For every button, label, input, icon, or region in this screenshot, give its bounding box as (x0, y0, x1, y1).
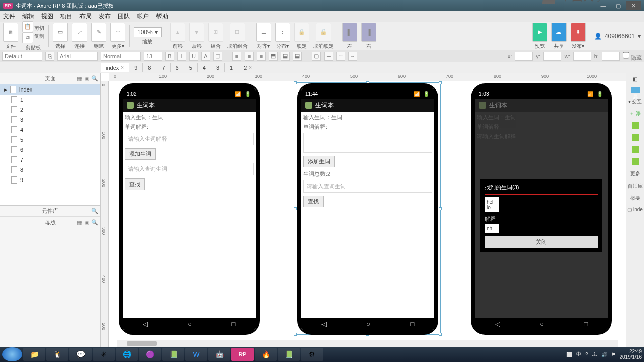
align-right-button[interactable]: ▐ (361, 23, 376, 42)
taskbar-androidstudio[interactable]: 🤖 (208, 348, 230, 361)
menu-file[interactable]: 文件 (3, 12, 15, 21)
state-icon[interactable] (632, 134, 639, 141)
arrow-button[interactable]: → (348, 52, 357, 61)
right-tab-properties[interactable]: 属 (631, 87, 640, 93)
valign-mid[interactable]: ⬓ (281, 52, 290, 61)
taskbar-explorer[interactable]: 📁 (23, 348, 45, 361)
align-left-text[interactable]: ≡ (232, 52, 242, 61)
taskbar-app[interactable]: ✳ (93, 348, 115, 361)
tab-3[interactable]: 3 (211, 63, 225, 72)
menu-publish[interactable]: 发布 (99, 12, 111, 21)
phone-mockup-1[interactable]: 1:02📶 🔋 生词本 输入生词：生词 单词解释: 请输入生词解释 添加生词 请… (119, 83, 260, 335)
search-word-button[interactable]: 查找 (125, 178, 145, 190)
select-tool[interactable]: ▭ (53, 23, 68, 42)
ungroup-button[interactable]: ⊟ (230, 23, 245, 42)
weight-select[interactable] (101, 52, 141, 61)
publish-button[interactable]: ⬇ (571, 23, 586, 42)
tab-4[interactable]: 4 (198, 63, 211, 72)
tray-icon[interactable]: ⬜ (566, 352, 572, 357)
page-item[interactable]: 4 (0, 125, 100, 135)
tray-clock[interactable]: 22:492019/1/16 (620, 349, 642, 360)
tray-flag-icon[interactable]: ⚑ (611, 352, 616, 357)
canvas-area[interactable]: 0100 200300 400500 600700 800900 1000 01… (101, 73, 626, 347)
page-item-index[interactable]: ▸ index (0, 84, 100, 95)
copy-label[interactable]: 复制 (34, 33, 44, 40)
start-button[interactable] (2, 347, 22, 361)
taskbar-app[interactable]: 🐧 (46, 348, 68, 361)
valign-top[interactable]: ⬒ (269, 52, 278, 61)
taskbar-app[interactable]: 📗 (278, 348, 300, 361)
italic-button[interactable]: I (177, 52, 186, 61)
menu-edit[interactable]: 编辑 (22, 12, 34, 21)
align-button[interactable]: ☰ (256, 23, 271, 42)
x-input[interactable] (515, 52, 533, 61)
tab-9[interactable]: 9 (129, 63, 143, 72)
taskbar-app[interactable]: ⚙ (301, 348, 323, 361)
w-input[interactable] (573, 52, 591, 61)
y-input[interactable] (543, 52, 561, 61)
menu-team[interactable]: 团队 (118, 12, 130, 21)
new-file-button[interactable]: 🗎 (3, 23, 18, 42)
connect-tool[interactable]: ⟋ (72, 23, 87, 42)
user-menu[interactable]: 👤 409066601 ▾ (594, 33, 641, 40)
page-item[interactable]: 6 (0, 145, 100, 155)
phone-mockup-2[interactable]: 11:44📶 🔋 生词本 输入生词：生词 单词解释: 添加生词 生词总数:2 请… (297, 83, 438, 335)
taskbar-app[interactable]: 📗 (162, 348, 184, 361)
send-back-button[interactable]: ▼ (189, 23, 204, 42)
tab-8[interactable]: 8 (143, 63, 156, 72)
taskbar-app[interactable]: 🟣 (139, 348, 161, 361)
tray-network-icon[interactable]: 🖧 (592, 352, 597, 357)
add-folder-icon[interactable]: ▣ (84, 75, 89, 82)
fill-button[interactable]: ▢ (312, 52, 321, 61)
close-tab-icon[interactable]: × (121, 65, 124, 70)
state-icon[interactable] (632, 158, 639, 165)
copy-button[interactable]: ⧉ (22, 32, 33, 43)
master-add-icon[interactable]: ▦ (77, 219, 82, 226)
group-button[interactable]: ⊞ (208, 23, 223, 42)
page-item[interactable]: 3 (0, 115, 100, 125)
tray-volume-icon[interactable]: 🔊 (601, 352, 607, 357)
more-tool[interactable]: ⋯ (110, 23, 125, 42)
state-icon[interactable] (632, 146, 639, 153)
zoom-select[interactable]: 100%▾ (134, 27, 162, 37)
page-item[interactable]: 8 (0, 165, 100, 175)
unlock-button[interactable]: 🔓 (316, 23, 331, 42)
align-right-text[interactable]: ≡ (257, 52, 266, 61)
preview-button[interactable]: ▶ (532, 23, 547, 42)
tab-7[interactable]: 7 (156, 63, 170, 72)
tab-6[interactable]: 6 (171, 63, 184, 72)
distribute-button[interactable]: ⋮ (275, 23, 290, 42)
valign-bot[interactable]: ⬓ (293, 52, 302, 61)
menu-help[interactable]: 帮助 (156, 12, 168, 21)
menu-account[interactable]: 帐户 (137, 12, 149, 21)
line-style-button[interactable]: ┄ (336, 52, 345, 61)
master-folder-icon[interactable]: ▣ (84, 219, 89, 226)
align-left-button[interactable]: ▌ (342, 23, 357, 42)
tab-5[interactable]: 5 (184, 63, 198, 72)
menu-project[interactable]: 项目 (60, 12, 72, 21)
state-icon[interactable] (632, 122, 639, 129)
dialog-close-button[interactable]: 关闭 (485, 236, 598, 248)
h-input[interactable] (602, 52, 620, 61)
pen-tool[interactable]: ✎ (91, 23, 106, 42)
hidden-checkbox[interactable]: 隐藏 (623, 51, 642, 62)
bold-button[interactable]: B (165, 52, 174, 61)
lib-search-icon[interactable]: 🔍 (91, 208, 98, 214)
tab-2[interactable]: 2× (238, 63, 257, 72)
menu-layout[interactable]: 布局 (79, 12, 92, 21)
search-page-icon[interactable]: 🔍 (91, 75, 98, 82)
add-page-icon[interactable]: ▦ (77, 75, 82, 82)
bg-color-button[interactable]: ▢ (213, 52, 222, 61)
page-item[interactable]: 7 (0, 155, 100, 165)
style-select[interactable] (2, 52, 42, 61)
tab-index[interactable]: index× (101, 63, 129, 72)
line-button[interactable]: ─ (324, 52, 333, 61)
paste-button[interactable]: 📋 (22, 21, 33, 32)
page-item[interactable]: 9 (0, 175, 100, 185)
taskbar-wechat[interactable]: 💬 (69, 348, 92, 361)
font-select[interactable] (57, 52, 98, 61)
text-color-button[interactable]: A (201, 52, 210, 61)
style-copy-icon[interactable]: ⎘ (45, 52, 54, 61)
lib-menu-icon[interactable]: ≡ (86, 208, 89, 214)
size-input[interactable] (144, 52, 162, 61)
